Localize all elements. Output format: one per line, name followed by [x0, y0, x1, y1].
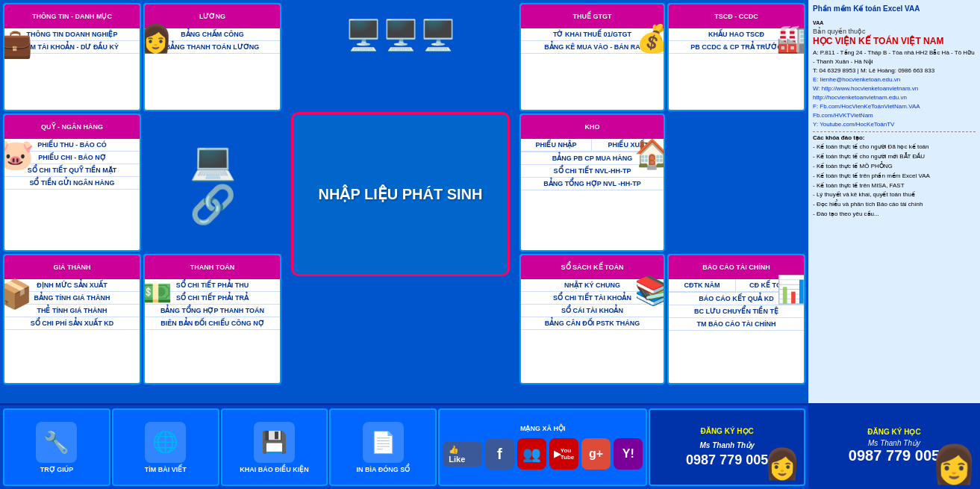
module-kho: 🏠 KHO PHIẾU NHẬP PHIẾU XUẤT BẢNG PB CP M… — [519, 113, 665, 252]
center-module: 🖥️🖥️🖥️ NHẬP LIỆU PHÁT SINH — [284, 3, 517, 384]
like-button[interactable]: 👍 Like — [443, 442, 481, 467]
right-avatar: 👩 — [931, 443, 977, 486]
app-container: 💼 THÔNG TIN - DANH MỤC THÔNG TIN DOANH N… — [0, 0, 980, 489]
address: A: P.811 - Tầng 24 - Tháp B - Tòa nhà HH… — [813, 49, 976, 66]
bao-cao-item-cdtk[interactable]: CĐTK NĂM — [669, 279, 736, 292]
logo-area: Phần mềm Kế toán Excel VAA VAA — [813, 4, 976, 28]
in-bia-icon: 📄 — [363, 422, 404, 463]
right-phone: 0987 779 005 — [849, 447, 940, 464]
right-bottom-register[interactable]: ĐĂNG KÝ HỌC Ms Thanh Thủy 0987 779 005 👩 — [808, 403, 980, 489]
gplus-button[interactable]: g+ — [581, 438, 611, 470]
bottom-tim-bai[interactable]: 🌐 TÌM BÀI VIẾT — [112, 408, 219, 486]
module-thue: 💰 THUẾ GTGT TỜ KHAI THUẾ 01/GTGT BẢNG KÊ… — [519, 3, 665, 111]
website: W: http://www.hocvienketoanvietnam.vn — [813, 84, 976, 93]
module-so-sach: 📚 SỔ SÁCH KẾ TOÁN NHẬT KÝ CHUNG SỔ CHI T… — [519, 254, 665, 384]
module-tscd: 🏭 TSCĐ - CCDC KHẤU HAO TSCĐ PB CCDC & CP… — [667, 3, 805, 111]
youtube: Y: Youtube.com/HocKeToánTV — [813, 120, 976, 129]
bottom-in-bia[interactable]: 📄 IN BÌA ĐÓNG SỔ — [329, 408, 437, 486]
right-panel: Phần mềm Kế toán Excel VAA VAA Bản quyền… — [808, 0, 980, 489]
youtube-button[interactable]: ▶YouTube — [549, 438, 578, 470]
people-button[interactable]: 👥 — [517, 438, 546, 470]
module-bao-cao: 📊 BÁO CÁO TÀI CHÍNH CĐTK NĂM CĐ KẾ TOÁN … — [667, 254, 805, 384]
quy-item-4[interactable]: SỔ TIỀN GỬI NGÂN HÀNG — [4, 177, 140, 190]
spacer-r2 — [667, 113, 805, 252]
module-thong-tin-header: THÔNG TIN - DANH MỤC — [4, 4, 140, 28]
module-gia-thanh: 📦 GIÁ THÀNH ĐỊNH MỨC SẢN XUẤT BẢNG TÍNH … — [3, 254, 141, 384]
right-info: Phần mềm Kế toán Excel VAA VAA Bản quyền… — [808, 0, 980, 403]
thanh-toan-item-4[interactable]: BIÊN BẢN ĐỐI CHIẾU CÔNG NỢ — [145, 317, 280, 330]
yahoo-button[interactable]: Y! — [614, 438, 643, 470]
tim-bai-icon: 🌐 — [145, 422, 186, 463]
bottom-khai-bao[interactable]: 💾 KHAI BÁO ĐIỀU KIỆN — [221, 408, 328, 486]
module-quy-header: QUỸ - NGÂN HÀNG — [4, 115, 140, 139]
module-gia-thanh-header: GIÁ THÀNH — [4, 255, 140, 279]
right-register-label: ĐĂNG KÝ HỌC — [867, 428, 920, 436]
courses-title: Các khóa đào tạo: — [813, 134, 976, 141]
register-phone: 0987 779 005 — [686, 452, 768, 468]
bao-cao-item-3[interactable]: TM BÁO CÁO TÀI CHÍNH — [669, 318, 804, 331]
bottom-social: MẠNG XÃ HỘI 👍 Like f 👥 ▶YouTube g+ Y! — [438, 408, 647, 486]
bao-cao-item-2[interactable]: BC LƯU CHUYỂN TIỀN TỆ — [669, 305, 804, 318]
module-thanh-toan-header: THANH TOÁN — [145, 255, 280, 279]
email: E: lienhe@hocvienketoan.edu.vn — [813, 75, 976, 84]
register-name: Ms Thanh Thủy — [700, 441, 755, 449]
bottom-toolbar: 🔧 TRỢ GIÚP 🌐 TÌM BÀI VIẾT 💾 KHAI BÁO ĐIỀ… — [0, 403, 808, 489]
bottom-tro-giup[interactable]: 🔧 TRỢ GIÚP — [3, 408, 110, 486]
phone: T: 04 6329 8953 | M: Lê Hoàng: 0986 663 … — [813, 66, 976, 75]
courses-list: - Kế toán thực tế cho người Đã học kế to… — [813, 143, 976, 219]
module-thong-tin: 💼 THÔNG TIN - DANH MỤC THÔNG TIN DOANH N… — [3, 3, 141, 111]
kho-item-nhap[interactable]: PHIẾU NHẬP — [521, 139, 592, 152]
module-kho-header: KHO — [521, 115, 664, 139]
module-luong: 👩 LƯƠNG BẢNG CHẤM CÔNG BẢNG THANH TOÁN L… — [143, 3, 281, 111]
social-icons-group: 👍 Like f 👥 ▶YouTube g+ Y! — [443, 438, 643, 470]
module-thanh-toan: 💵 THANH TOÁN SỔ CHI TIẾT PHẢI THU SỔ CHI… — [143, 254, 281, 384]
tro-giup-icon: 🔧 — [36, 422, 77, 463]
right-ms-name: Ms Thanh Thủy — [868, 439, 920, 447]
website2: http://hocvienketoanvietnam.edu.vn — [813, 93, 976, 102]
app-title: Phần mềm Kế toán Excel VAA — [813, 4, 976, 13]
so-sach-item-4[interactable]: BẢNG CÂN ĐỐI PSTK THÁNG — [521, 317, 664, 330]
gia-thanh-item-4[interactable]: SỔ CHI PHÍ SẢN XUẤT KD — [4, 317, 140, 330]
org-name: HỌC VIỆN KẾ TOÁN VIỆT NAM — [813, 36, 976, 46]
fb: F: Fb.com/HocVienKeToánVietNam.VAA — [813, 102, 976, 111]
kho-item-3[interactable]: BẢNG TỔNG HỢP NVL -HH-TP — [521, 178, 664, 190]
khai-bao-icon: 💾 — [254, 422, 295, 463]
vaa-logo: VAA — [813, 14, 976, 28]
network-area: 💻🔗 — [143, 113, 281, 252]
info-divider — [813, 131, 976, 132]
center-text: NHẬP LIỆU PHÁT SINH — [291, 112, 510, 276]
facebook-button[interactable]: f — [485, 438, 514, 470]
fb2: Fb.com/HVKTVietNam — [813, 111, 976, 120]
bottom-register[interactable]: ĐĂNG KÝ HỌC Ms Thanh Thủy 0987 779 005 👩 — [649, 408, 805, 486]
register-avatar: 👩 — [764, 446, 801, 482]
copyright-label: Bản quyền thuộc — [813, 28, 976, 35]
module-quy: 🐷 QUỸ - NGÂN HÀNG PHIẾU THU - BÁO CÓ PHI… — [3, 113, 141, 252]
